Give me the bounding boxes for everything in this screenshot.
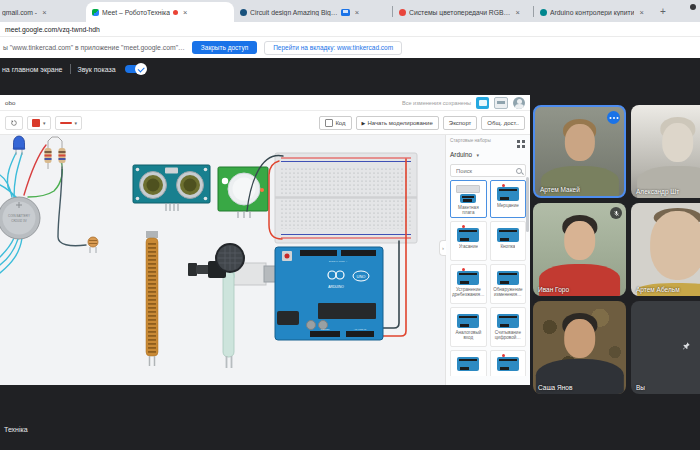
address-bar[interactable]: meet.google.com/vzq-twnd-hdh <box>0 22 700 37</box>
rotate-button[interactable] <box>5 116 23 130</box>
tab-gmail[interactable]: gmail.com - × <box>0 2 86 22</box>
tab-sharing-icon <box>341 9 350 16</box>
notice-text: ы "www.tinkercad.com" в приложение "meet… <box>3 44 185 51</box>
close-icon[interactable]: × <box>42 8 46 17</box>
kit-dropdown[interactable]: Стартовые наборы Arduino ▾ <box>450 138 517 161</box>
participant-name: Александр Шт <box>636 188 679 195</box>
component-grid: Макетная плата Мерцание Угасание Кнопка … <box>446 180 530 376</box>
participant-name: Артем Абельм <box>636 286 680 293</box>
arduino-thumb <box>497 228 519 242</box>
tab-label: Meet – РоботоТехніка <box>102 9 170 16</box>
recording-dot-icon <box>173 10 178 15</box>
participant-tile[interactable]: Александр Шт <box>631 105 700 198</box>
rotate-icon <box>10 119 18 127</box>
participant-tile[interactable]: Иван Горо <box>533 203 626 296</box>
arduino-thumb <box>457 314 479 328</box>
close-icon[interactable]: × <box>183 8 187 17</box>
panel-scrollbar[interactable] <box>526 177 529 232</box>
tinkercad-toolbar: ▾ ▾ Код ▶ Начать моделирование Экспорт О… <box>0 111 530 135</box>
browser-profile-avatar[interactable] <box>690 4 696 10</box>
component-card[interactable]: Угасание <box>450 221 487 261</box>
goto-tab-button[interactable]: Перейти на вкладку: www.tinkercad.com <box>264 41 402 55</box>
meet-favicon-icon <box>92 9 99 16</box>
svg-text:CR2032 3V: CR2032 3V <box>11 219 27 223</box>
led[interactable] <box>13 136 25 155</box>
page-url: meet.google.com/vzq-twnd-hdh <box>5 26 100 33</box>
circuit-canvas[interactable]: COIN BATTERY CR2032 3V <box>0 135 445 385</box>
participant-video-feed <box>533 301 626 394</box>
tile-menu-button[interactable] <box>607 111 620 124</box>
more-dots-icon <box>613 117 615 119</box>
tinkercad-title-bar: obo Все изменения сохранены <box>0 95 530 111</box>
grid-view-icon[interactable] <box>517 140 520 143</box>
chevron-down-icon: ▾ <box>43 120 46 126</box>
component-card[interactable]: Макетная плата <box>450 180 487 218</box>
component-search[interactable] <box>450 164 526 177</box>
coin-battery[interactable]: COIN BATTERY CR2032 3V <box>0 197 40 239</box>
participant-video-feed <box>631 203 700 296</box>
tab-meet[interactable]: Meet – РоботоТехніка × <box>86 2 234 22</box>
search-input[interactable] <box>454 167 516 175</box>
participant-name: Иван Горо <box>538 286 569 293</box>
mic-off-icon <box>613 210 620 217</box>
code-button[interactable]: Код <box>319 116 351 130</box>
component-card[interactable]: Мерцание <box>490 180 526 218</box>
wire-black[interactable] <box>58 167 86 246</box>
component-card[interactable] <box>450 350 487 376</box>
share-button[interactable]: Общ. дост.. <box>481 116 525 130</box>
tab-tinkercad[interactable]: Circuit design Amazing Big… × <box>234 2 392 22</box>
head-shape <box>650 211 700 280</box>
tab-label: gmail.com - <box>2 9 37 16</box>
tab-rgb[interactable]: Системы цветопередачи RGB… × <box>393 2 533 22</box>
start-simulation-button[interactable]: ▶ Начать моделирование <box>356 116 439 130</box>
participant-tile[interactable]: Артем Абельм <box>631 203 700 296</box>
circuit-view-icon[interactable] <box>476 97 489 109</box>
arduino-thumb <box>457 228 479 242</box>
component-card[interactable]: Устранение дребезжания… <box>450 264 487 304</box>
participant-name: Артем Макей <box>540 186 580 193</box>
banner-divider <box>70 64 71 74</box>
participant-tile[interactable]: Саша Янов <box>533 301 626 394</box>
wire-red[interactable] <box>24 145 46 195</box>
pir-sensor[interactable] <box>218 167 268 218</box>
sound-share-label: Звук показа <box>78 66 116 73</box>
meet-bottom-bar: Техніка <box>0 405 700 450</box>
banner-text: на главном экране <box>2 66 63 73</box>
search-icon <box>516 168 522 174</box>
user-avatar[interactable] <box>513 97 525 109</box>
self-tile[interactable]: Вы <box>631 301 700 394</box>
head-shape <box>564 221 596 260</box>
breadboard[interactable] <box>275 153 417 243</box>
close-icon[interactable]: × <box>639 8 643 17</box>
moisture-sensor[interactable] <box>222 269 235 368</box>
participant-tile[interactable]: Артем Макей <box>533 105 626 198</box>
photoresistor[interactable] <box>88 237 98 253</box>
arduino-uno[interactable]: UNO ARDUINO DIGITAL (PWM~) POWER ANALOG … <box>230 247 383 340</box>
sound-share-toggle[interactable] <box>125 65 143 73</box>
resistors[interactable] <box>45 137 66 169</box>
panel-collapse-button[interactable]: › <box>439 240 446 256</box>
component-card[interactable]: Обнаружение изменения… <box>490 264 526 304</box>
component-card[interactable] <box>490 350 526 376</box>
svg-text:UNO: UNO <box>357 274 366 279</box>
arduino-thumb <box>457 271 479 285</box>
led-thumb <box>462 225 465 228</box>
stop-sharing-button[interactable]: Закрыть доступ <box>192 41 257 54</box>
flex-sensor[interactable] <box>146 231 158 366</box>
breadboard-view-icon[interactable] <box>494 97 508 109</box>
component-card[interactable]: Считывание цифровой… <box>490 307 526 347</box>
tab-arduino-shop[interactable]: Arduino контролери купити × <box>534 2 652 22</box>
code-icon <box>325 119 333 127</box>
wire-color-dropdown[interactable]: ▾ <box>27 116 51 130</box>
new-tab-button[interactable]: + <box>652 2 674 22</box>
close-icon[interactable]: × <box>355 8 359 17</box>
component-card[interactable]: Аналоговый вход <box>450 307 487 347</box>
component-card[interactable]: Кнопка <box>490 221 526 261</box>
tab-sharing-notice: ы "www.tinkercad.com" в приложение "meet… <box>0 37 700 58</box>
close-icon[interactable]: × <box>515 8 519 17</box>
save-status: Все изменения сохранены <box>402 100 471 106</box>
wire-type-dropdown[interactable]: ▾ <box>55 116 83 130</box>
ultrasonic-sensor[interactable] <box>133 165 210 211</box>
export-button[interactable]: Экспорт <box>443 116 478 130</box>
wire-green[interactable] <box>28 161 62 197</box>
